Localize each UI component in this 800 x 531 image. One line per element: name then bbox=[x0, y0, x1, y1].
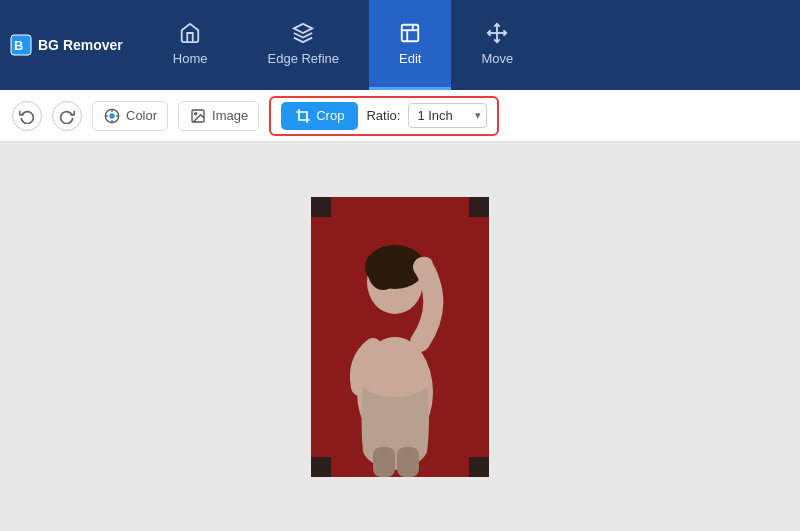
nav-tab-home[interactable]: Home bbox=[143, 0, 238, 90]
person-figure bbox=[335, 212, 465, 477]
canvas-area bbox=[0, 142, 800, 531]
app-brand: B BG Remover bbox=[10, 34, 123, 56]
undo-button[interactable] bbox=[12, 101, 42, 131]
home-tab-label: Home bbox=[173, 51, 208, 66]
svg-point-16 bbox=[368, 254, 398, 290]
crop-overlay-top-right bbox=[469, 197, 489, 217]
svg-point-12 bbox=[195, 112, 197, 114]
ratio-select[interactable]: 1 Inch 2 Inch Custom bbox=[408, 103, 487, 128]
image-icon bbox=[189, 107, 207, 125]
app-logo-icon: B bbox=[10, 34, 32, 56]
image-button[interactable]: Image bbox=[178, 101, 259, 131]
crop-overlay-bottom-left bbox=[311, 457, 331, 477]
move-tab-label: Move bbox=[481, 51, 513, 66]
nav-tabs: Home Edge Refine bbox=[143, 0, 543, 90]
redo-icon bbox=[59, 108, 75, 124]
crop-section: Crop Ratio: 1 Inch 2 Inch Custom bbox=[269, 96, 499, 136]
crop-overlay-top-left bbox=[311, 197, 331, 217]
edit-tab-label: Edit bbox=[399, 51, 421, 66]
edge-refine-icon bbox=[292, 22, 314, 47]
crop-button[interactable]: Crop bbox=[281, 102, 358, 130]
color-icon bbox=[103, 107, 121, 125]
nav-tab-edit[interactable]: Edit bbox=[369, 0, 451, 90]
color-button[interactable]: Color bbox=[92, 101, 168, 131]
image-container bbox=[311, 197, 489, 477]
app-title: BG Remover bbox=[38, 37, 123, 53]
navbar: B BG Remover Home Edge Refin bbox=[0, 0, 800, 90]
toolbar: Color Image Crop Ratio: 1 Inch 2 Inch bbox=[0, 90, 800, 142]
color-button-label: Color bbox=[126, 108, 157, 123]
move-icon bbox=[486, 22, 508, 47]
svg-point-6 bbox=[109, 113, 114, 118]
nav-tab-move[interactable]: Move bbox=[451, 0, 543, 90]
image-background bbox=[311, 197, 489, 477]
crop-overlay-bottom-right bbox=[469, 457, 489, 477]
svg-text:B: B bbox=[14, 38, 23, 53]
home-icon bbox=[179, 22, 201, 47]
edge-refine-tab-label: Edge Refine bbox=[268, 51, 340, 66]
svg-rect-17 bbox=[373, 447, 395, 477]
redo-button[interactable] bbox=[52, 101, 82, 131]
svg-rect-2 bbox=[402, 24, 419, 41]
ratio-label: Ratio: bbox=[366, 108, 400, 123]
crop-icon bbox=[295, 108, 311, 124]
crop-button-label: Crop bbox=[316, 108, 344, 123]
undo-icon bbox=[19, 108, 35, 124]
image-button-label: Image bbox=[212, 108, 248, 123]
svg-rect-18 bbox=[397, 447, 419, 477]
ratio-wrapper: 1 Inch 2 Inch Custom bbox=[408, 103, 487, 128]
edit-icon bbox=[399, 22, 421, 47]
nav-tab-edge-refine[interactable]: Edge Refine bbox=[238, 0, 370, 90]
